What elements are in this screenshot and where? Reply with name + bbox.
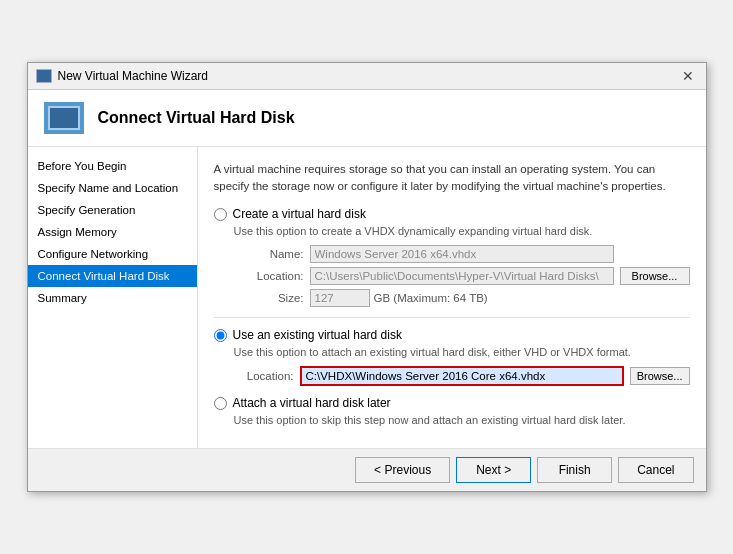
size-label: Size: — [234, 289, 304, 307]
window-icon — [36, 69, 52, 83]
name-label: Name: — [234, 245, 304, 263]
name-input — [310, 245, 614, 263]
content-area: A virtual machine requires storage so th… — [198, 147, 706, 449]
window-title: New Virtual Machine Wizard — [58, 69, 209, 83]
finish-button[interactable]: Finish — [537, 457, 612, 483]
title-bar: New Virtual Machine Wizard ✕ — [28, 63, 706, 90]
option3-radio[interactable] — [214, 397, 227, 410]
browse-button-opt1[interactable]: Browse... — [620, 267, 690, 285]
header-area: Connect Virtual Hard Disk — [28, 90, 706, 147]
option3-row: Attach a virtual hard disk later — [214, 396, 690, 410]
size-row: GB (Maximum: 64 TB) — [310, 289, 614, 307]
option1-desc: Use this option to create a VHDX dynamic… — [234, 225, 690, 237]
size-input — [310, 289, 370, 307]
sidebar-item-assign-memory[interactable]: Assign Memory — [28, 221, 197, 243]
footer-area: < Previous Next > Finish Cancel — [28, 448, 706, 491]
sidebar-item-configure-networking[interactable]: Configure Networking — [28, 243, 197, 265]
dialog-window: New Virtual Machine Wizard ✕ Connect Vir… — [27, 62, 707, 493]
title-bar-left: New Virtual Machine Wizard — [36, 69, 209, 83]
option1-radio[interactable] — [214, 208, 227, 221]
option1-row: Create a virtual hard disk — [214, 207, 690, 221]
size-unit: GB (Maximum: 64 TB) — [374, 292, 488, 304]
option2-label[interactable]: Use an existing virtual hard disk — [233, 328, 402, 342]
description-text: A virtual machine requires storage so th… — [214, 161, 690, 196]
sidebar-item-specify-name[interactable]: Specify Name and Location — [28, 177, 197, 199]
option1-label[interactable]: Create a virtual hard disk — [233, 207, 366, 221]
body-area: Before You Begin Specify Name and Locati… — [28, 147, 706, 449]
sidebar: Before You Begin Specify Name and Locati… — [28, 147, 198, 449]
sidebar-item-summary[interactable]: Summary — [28, 287, 197, 309]
sidebar-item-connect-vhd[interactable]: Connect Virtual Hard Disk — [28, 265, 197, 287]
option2-radio[interactable] — [214, 329, 227, 342]
location-input-opt2[interactable] — [300, 366, 624, 386]
header-icon-inner — [48, 106, 80, 130]
cancel-button[interactable]: Cancel — [618, 457, 693, 483]
location-label-opt2: Location: — [234, 370, 294, 382]
option1-form: Name: Location: Browse... Size: GB (Maxi… — [234, 245, 690, 307]
header-icon — [44, 102, 84, 134]
sidebar-item-before-you-begin[interactable]: Before You Begin — [28, 155, 197, 177]
location-input-opt1 — [310, 267, 614, 285]
option3-label[interactable]: Attach a virtual hard disk later — [233, 396, 391, 410]
sidebar-item-specify-generation[interactable]: Specify Generation — [28, 199, 197, 221]
option2-row: Use an existing virtual hard disk — [214, 328, 690, 342]
browse-button-opt2[interactable]: Browse... — [630, 367, 690, 385]
option3-desc: Use this option to skip this step now an… — [234, 414, 690, 426]
option2-location-row: Location: Browse... — [234, 366, 690, 386]
page-title: Connect Virtual Hard Disk — [98, 109, 295, 127]
option2-desc: Use this option to attach an existing vi… — [234, 346, 690, 358]
location-label-opt1: Location: — [234, 267, 304, 285]
close-button[interactable]: ✕ — [678, 69, 698, 83]
next-button[interactable]: Next > — [456, 457, 531, 483]
previous-button[interactable]: < Previous — [355, 457, 450, 483]
